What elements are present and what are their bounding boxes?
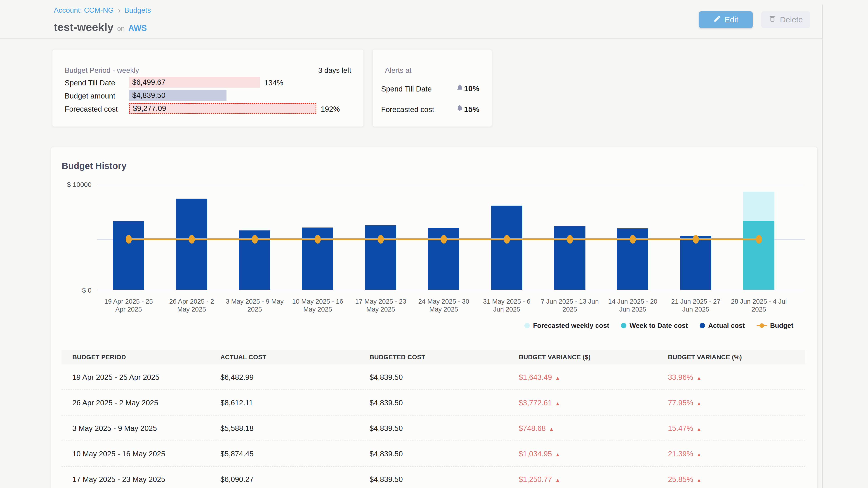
edit-button-label: Edit xyxy=(725,15,738,24)
cell-actual-cost: $5,874.45 xyxy=(220,450,254,458)
legend-label: Forecasted weekly cost xyxy=(533,322,609,329)
cell-actual-cost: $6,482.99 xyxy=(220,373,254,382)
variance-up-icon: ▲ xyxy=(696,477,702,483)
alert-row-label: Forecasted cost xyxy=(381,105,434,114)
legend-item[interactable]: Week to Date cost xyxy=(621,322,688,329)
table-row: 19 Apr 2025 - 25 Apr 2025$6,482.99$4,839… xyxy=(61,364,805,390)
alert-threshold-value: 15% xyxy=(464,105,479,113)
variance-up-icon: ▲ xyxy=(696,452,702,457)
cell-budgeted-cost: $4,839.50 xyxy=(370,373,403,382)
chart-legend: Forecasted weekly costWeek to Date costA… xyxy=(524,322,794,329)
budget-period-card-title: Budget Period - weekly xyxy=(65,66,139,74)
x-axis-label: 17 May 2025 - 23 May 2025 xyxy=(351,297,410,313)
y-axis-tick-max: $ 10000 xyxy=(52,181,92,188)
legend-item[interactable]: Actual cost xyxy=(700,322,745,329)
cell-budget-variance-usd: $1,034.95▲ xyxy=(519,450,560,458)
cell-budget-variance-usd: $748.68▲ xyxy=(519,424,554,433)
budget-period-percent: 134% xyxy=(264,78,283,87)
page-title-row: test-weekly on AWS xyxy=(54,21,147,33)
table-row: 17 May 2025 - 23 May 2025$6,090.27$4,839… xyxy=(61,466,805,488)
cell-budgeted-cost: $4,839.50 xyxy=(370,398,403,407)
breadcrumb-account-link[interactable]: Account: CCM-NG xyxy=(54,6,114,14)
bar-actual-cost[interactable] xyxy=(680,236,711,290)
budget-history-table: BUDGET PERIODACTUAL COSTBUDGETED COSTBUD… xyxy=(61,350,805,488)
bell-icon xyxy=(456,84,463,91)
legend-label: Week to Date cost xyxy=(629,322,688,329)
cell-budget-period: 19 Apr 2025 - 25 Apr 2025 xyxy=(72,373,159,382)
budget-point[interactable] xyxy=(756,235,762,243)
x-axis-label: 26 Apr 2025 - 2 May 2025 xyxy=(162,297,221,313)
legend-item[interactable]: Budget xyxy=(756,322,794,329)
cell-budget-period: 17 May 2025 - 23 May 2025 xyxy=(72,475,165,484)
legend-marker-forecasted-weekly-cost xyxy=(524,323,530,328)
variance-up-icon: ▲ xyxy=(696,426,702,432)
x-axis-label: 31 May 2025 - 6 Jun 2025 xyxy=(477,297,536,313)
legend-budget-dot xyxy=(760,323,764,328)
legend-marker-week-to-date-cost xyxy=(621,323,626,328)
x-axis-label: 21 Jun 2025 - 27 Jun 2025 xyxy=(666,297,725,313)
budget-period-bar-spend: $6,499.67 xyxy=(129,77,260,88)
legend-label: Actual cost xyxy=(708,322,745,329)
bar-actual-cost[interactable] xyxy=(491,205,522,290)
budget-point[interactable] xyxy=(567,235,573,243)
trash-icon xyxy=(769,15,776,24)
content-right-border xyxy=(822,4,823,488)
bar-actual-cost[interactable] xyxy=(176,199,207,290)
on-label: on xyxy=(117,25,125,33)
budget-point[interactable] xyxy=(252,235,258,243)
x-axis-label: 24 May 2025 - 30 May 2025 xyxy=(414,297,473,313)
cell-budget-variance-pct: 21.39%▲ xyxy=(668,450,702,458)
legend-label: Budget xyxy=(770,322,794,329)
variance-up-icon: ▲ xyxy=(696,400,702,406)
budget-detail-page: Account: CCM-NG › Budgets test-weekly on… xyxy=(0,0,868,488)
variance-up-icon: ▲ xyxy=(696,375,702,381)
budget-point[interactable] xyxy=(693,235,699,243)
variance-up-icon: ▲ xyxy=(549,426,554,432)
table-column-header: BUDGET PERIOD xyxy=(72,354,126,361)
budget-point[interactable] xyxy=(378,235,384,243)
table-column-header: ACTUAL COST xyxy=(220,354,266,361)
bar-forecasted-weekly-cost[interactable] xyxy=(743,192,774,221)
budget-point[interactable] xyxy=(441,235,447,243)
page-title: test-weekly xyxy=(54,21,114,33)
top-gridline xyxy=(97,185,805,185)
cell-budgeted-cost: $4,839.50 xyxy=(370,450,403,458)
budget-point[interactable] xyxy=(630,235,636,243)
breadcrumb: Account: CCM-NG › Budgets xyxy=(54,6,151,15)
legend-item[interactable]: Forecasted weekly cost xyxy=(524,322,609,329)
breadcrumb-budgets-link[interactable]: Budgets xyxy=(124,6,151,14)
cell-budget-variance-pct: 15.47%▲ xyxy=(668,424,702,433)
bar-actual-cost[interactable] xyxy=(113,221,144,290)
delete-button[interactable]: Delete xyxy=(761,11,810,28)
cell-budget-variance-usd: $1,643.49▲ xyxy=(519,373,560,382)
budget-period-percent: 192% xyxy=(321,105,340,113)
x-axis-label: 28 Jun 2025 - 4 Jul 2025 xyxy=(730,297,788,313)
cell-budget-variance-usd: $1,250.77▲ xyxy=(519,475,560,484)
budget-history-chart: 19 Apr 2025 - 25 Apr 202526 Apr 2025 - 2… xyxy=(97,185,805,290)
header-divider xyxy=(0,38,822,39)
budget-point[interactable] xyxy=(315,235,321,243)
cell-actual-cost: $8,612.11 xyxy=(220,398,253,407)
cell-actual-cost: $5,588.18 xyxy=(220,424,254,433)
cell-budget-period: 26 Apr 2025 - 2 May 2025 xyxy=(72,398,158,407)
bar-week-to-date-cost[interactable] xyxy=(743,221,774,290)
budget-point[interactable] xyxy=(504,235,510,243)
edit-button[interactable]: Edit xyxy=(699,11,753,28)
alert-row-label: Spend Till Date xyxy=(381,85,432,93)
budget-period-row-label: Spend Till Date xyxy=(65,78,115,87)
cell-budget-period: 10 May 2025 - 16 May 2025 xyxy=(72,450,165,458)
x-axis-label: 19 Apr 2025 - 25 Apr 2025 xyxy=(99,297,158,313)
alerts-card-title: Alerts at xyxy=(385,66,411,74)
delete-button-label: Delete xyxy=(780,15,803,24)
cell-actual-cost: $6,090.27 xyxy=(220,475,254,484)
x-axis-label: 14 Jun 2025 - 20 Jun 2025 xyxy=(603,297,662,313)
budget-point[interactable] xyxy=(189,235,195,243)
breadcrumb-separator-icon: › xyxy=(118,6,120,15)
variance-up-icon: ▲ xyxy=(555,375,560,381)
alerts-card: Alerts at Spend Till Date10%Forecasted c… xyxy=(373,49,492,127)
table-row: 10 May 2025 - 16 May 2025$5,874.45$4,839… xyxy=(61,441,805,466)
budget-point[interactable] xyxy=(126,235,132,243)
cell-budget-variance-usd: $3,772.61▲ xyxy=(519,398,560,407)
budget-period-bar-forecast: $9,277.09 xyxy=(129,103,316,114)
budget-period-card: Budget Period - weekly 3 days left Spend… xyxy=(52,49,364,127)
